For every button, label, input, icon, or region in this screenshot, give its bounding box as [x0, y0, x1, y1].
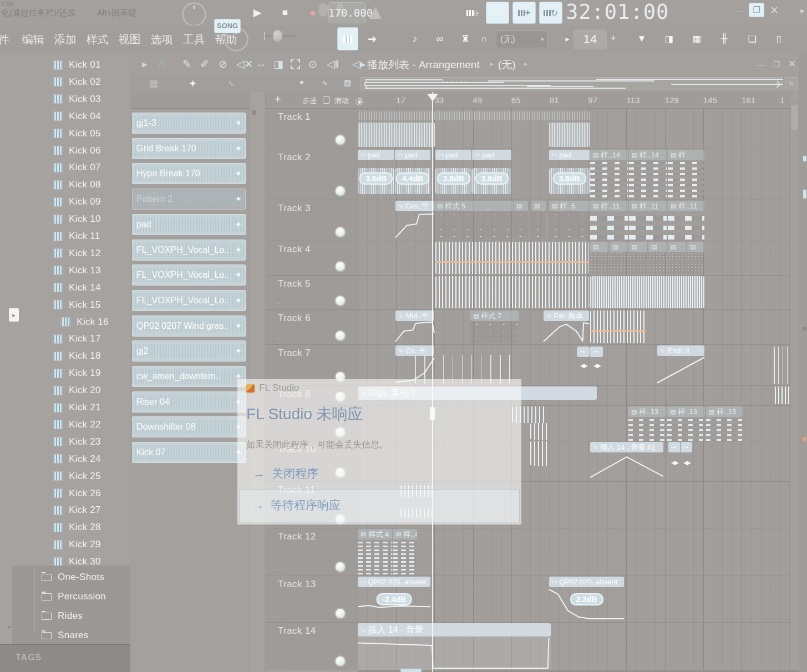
browser-item[interactable]: Kick 17	[53, 332, 125, 346]
browser-item[interactable]: Kick 28	[53, 520, 125, 534]
scroll-end-box[interactable]	[785, 77, 798, 90]
pattern-clip[interactable]: ▤	[687, 242, 704, 274]
gain-badge[interactable]: -2.4dB	[376, 593, 412, 605]
clip-panel-item[interactable]: gj1-3✦	[132, 113, 246, 134]
menu-item-选项[interactable]: 选项	[145, 26, 177, 53]
automation-clip[interactable]: ∿Par..频率	[544, 310, 589, 343]
automation-clip[interactable]: ∿Endl..it	[657, 345, 704, 384]
arrangement-selector[interactable]: (无)	[498, 58, 516, 72]
wait-program-button[interactable]: → 等待程序响应	[252, 497, 341, 513]
menu-item-视图[interactable]: 视图	[113, 26, 145, 53]
audio-waveform-clip[interactable]	[358, 123, 435, 147]
audio-clip[interactable]: ↦pad3.6dB	[358, 150, 394, 197]
gain-badge[interactable]: 2.3dB	[570, 593, 603, 605]
pattern-clip[interactable]: ▤	[514, 201, 528, 240]
clip-panel-item[interactable]: gj2✦	[132, 340, 246, 362]
browser-item[interactable]: Kick 26	[53, 486, 125, 501]
pattern-clip[interactable]: ▤样..4	[393, 529, 417, 574]
audio-clip[interactable]: ↦QP02 020..absent2.3dB	[549, 577, 624, 621]
scroll-left-icon[interactable]: ❮	[363, 80, 368, 88]
browser-item[interactable]: Kick 21	[53, 400, 125, 415]
automation-clip[interactable]: ∿插入 14 - 音量	[358, 623, 551, 670]
pattern-clip[interactable]: ▤	[668, 242, 686, 274]
pattern-clip[interactable]: ▤样式 7	[470, 310, 519, 343]
select-tool-icon[interactable]	[291, 59, 300, 69]
menu-item-样式[interactable]: 样式	[81, 26, 113, 53]
slice-tool-icon[interactable]: ◨	[273, 58, 283, 70]
clip-panel-item[interactable]: Grid Break 170✦	[132, 138, 246, 159]
pattern-clip[interactable]: ▤样..13	[628, 406, 666, 441]
close-button[interactable]: ✕	[768, 3, 781, 17]
bottom-scrollbar[interactable]	[358, 670, 799, 672]
record-button[interactable]: ●	[303, 2, 323, 24]
tempo-display[interactable]: 170.000	[328, 7, 373, 19]
pattern-clip[interactable]: ▤样..11	[668, 201, 704, 240]
audio-clip[interactable]: ↦pad3.8dB	[472, 150, 511, 197]
browser-item[interactable]: Kick 13	[53, 263, 125, 278]
pattern-clip[interactable]: ▤样..13	[667, 406, 705, 441]
typing-keyboard-icon[interactable]: ♪	[404, 27, 425, 50]
gain-badge[interactable]: 3.8dB	[475, 172, 508, 185]
audio-bars-clip[interactable]	[530, 423, 549, 440]
audio-clip[interactable]: ↦QP02 020..absent-2.4dB	[358, 577, 430, 621]
gain-badge[interactable]: 4.4dB	[396, 172, 429, 185]
channel-rack-icon[interactable]: ◨	[658, 27, 680, 50]
pattern-clip[interactable]: ▤	[610, 242, 628, 274]
mini-audio-icon[interactable]: ✦	[298, 78, 305, 87]
audio-source-tab-icon[interactable]: ✦	[189, 78, 197, 90]
preview-speaker-icon[interactable]: ◁▸	[352, 58, 366, 70]
folder-item[interactable]: Snares	[42, 628, 130, 643]
audio-clip[interactable]: ↦◀▶	[668, 442, 680, 476]
clip-panel-item[interactable]: FL_VOXPH_Vocal_Lo..✦	[132, 240, 246, 261]
pattern-selector[interactable]: 14	[583, 32, 597, 46]
gain-badge[interactable]: 3.8dB	[552, 172, 586, 185]
pattern-clip[interactable]: ▤	[531, 201, 546, 240]
pattern-clip[interactable]: ▤样..11	[629, 201, 667, 240]
browser-item[interactable]: Kick 29	[53, 537, 125, 552]
add-track-button[interactable]: +	[275, 93, 281, 106]
audio-clip[interactable]: ↦◀▶	[590, 347, 603, 377]
menu-item-添加[interactable]: 添加	[49, 26, 81, 53]
menu-item-partial[interactable]: 件	[0, 26, 14, 53]
browser-item[interactable]: Kick 25	[53, 469, 125, 483]
browser-item[interactable]: Kick 06	[53, 144, 125, 158]
browser-item[interactable]: Kick 18	[53, 349, 125, 363]
pattern-source-tab-icon[interactable]: ▦	[149, 78, 158, 90]
detach-icon[interactable]: ▸	[142, 58, 148, 70]
stop-button[interactable]: ■	[275, 2, 295, 24]
restore-button[interactable]: ❐	[749, 3, 764, 17]
clip-panel-item[interactable]: Pattern 2✦	[132, 189, 246, 210]
browser-item[interactable]: Kick 22	[53, 418, 125, 432]
vertical-scrollbar[interactable]: ⌃	[790, 92, 799, 672]
wait-option-box[interactable]: → 等待程序响应	[239, 489, 520, 522]
mini-pattern-icon[interactable]: ▦	[344, 78, 351, 87]
browser-item[interactable]: Kick 05	[53, 126, 125, 141]
audio-bars-clip[interactable]	[590, 310, 646, 343]
pattern-clip[interactable]: ▤样式 4	[358, 529, 392, 574]
clip-panel-item[interactable]: QP02 0207 Wind gras..✦	[132, 315, 246, 337]
loop-record-button[interactable]: +	[512, 2, 536, 24]
gain-badge[interactable]: 3.8dB	[437, 172, 470, 185]
clip-panel-item[interactable]: pad✦	[132, 214, 246, 235]
plugin-picker-icon[interactable]: ▯	[768, 27, 790, 50]
playlist-minimize-button[interactable]: —	[755, 58, 767, 69]
browser-item[interactable]: Kick 01	[53, 58, 125, 72]
automation-clip[interactable]: ∿插入 14 ..音量 #2	[590, 442, 663, 480]
magic-hat-icon[interactable]: ♜	[455, 27, 476, 50]
automation-clip[interactable]: ∿Co..平	[395, 345, 434, 384]
browser-item[interactable]: Kick 19	[53, 366, 125, 380]
audio-clip[interactable]: ↦pad4.4dB	[395, 150, 430, 197]
playhead-marker[interactable]	[427, 94, 438, 101]
playback-tool-icon[interactable]: ◁‖	[327, 58, 339, 70]
pattern-clip[interactable]: ▤样..5	[549, 201, 590, 240]
browser-item[interactable]: Kick 12	[53, 246, 125, 261]
audio-clip[interactable]: ↦◀▶	[681, 442, 692, 476]
slip-tool-icon[interactable]: ↔	[256, 58, 266, 70]
browser-item[interactable]: Kick 15	[53, 298, 125, 312]
pattern-clip[interactable]: ▤样式 5	[434, 201, 513, 240]
browser-item[interactable]: Kick 03	[53, 92, 125, 106]
pattern-clip[interactable]: ▤	[648, 242, 667, 274]
clip-panel-item[interactable]: Hype Break 170✦	[132, 163, 246, 184]
pattern-clip[interactable]: ▤样..11	[590, 201, 628, 240]
audio-clip[interactable]: ↦pad3.8dB	[435, 150, 471, 197]
